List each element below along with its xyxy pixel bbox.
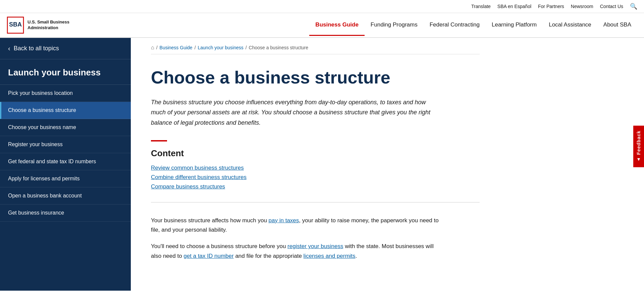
pay-in-taxes-link[interactable]: pay in taxes	[269, 217, 299, 224]
breadcrumb-sep-3: /	[246, 45, 247, 50]
page-layout: ‹ Back to all topics Launch your busines…	[0, 38, 644, 291]
body-paragraph-2: You'll need to choose a business structu…	[151, 242, 439, 261]
back-to-topics-link[interactable]: ‹ Back to all topics	[0, 38, 131, 59]
breadcrumb-launch-business[interactable]: Launch your business	[198, 45, 244, 50]
nav-about-sba[interactable]: About SBA	[597, 15, 637, 36]
nav-business-guide[interactable]: Business Guide	[309, 15, 364, 36]
newsroom-link[interactable]: Newsroom	[571, 4, 593, 9]
feedback-tab[interactable]: ▲ Feedback	[633, 126, 644, 167]
nav-local-assistance[interactable]: Local Assistance	[543, 15, 597, 36]
feedback-label: Feedback	[636, 130, 641, 155]
nav-funding-programs[interactable]: Funding Programs	[365, 15, 424, 36]
get-tax-id-link[interactable]: get a tax ID number	[183, 253, 233, 259]
licenses-permits-link[interactable]: licenses and permits	[304, 253, 356, 259]
back-label: Back to all topics	[14, 45, 59, 52]
sidebar-item-licenses[interactable]: Apply for licenses and permits	[0, 170, 131, 187]
article-intro: The business structure you choose influe…	[151, 97, 439, 128]
sba-logo: SBA	[7, 16, 24, 34]
breadcrumb-sep-1: /	[156, 45, 158, 50]
translate-link[interactable]: Translate	[471, 4, 491, 9]
content-heading: Content	[151, 148, 480, 159]
sidebar-item-pick-location[interactable]: Pick your business location	[0, 85, 131, 102]
content-link-review[interactable]: Review common business structures	[151, 165, 480, 171]
breadcrumb-sep-2: /	[195, 45, 196, 50]
nav-learning-platform[interactable]: Learning Platform	[486, 15, 543, 36]
search-button[interactable]: 🔍	[630, 3, 637, 10]
feedback-arrow-icon: ▲	[636, 157, 641, 163]
utility-bar: Translate SBA en Español For Partners Ne…	[0, 0, 644, 13]
sba-espanol-link[interactable]: SBA en Español	[497, 4, 531, 9]
section-divider	[151, 202, 480, 202]
breadcrumb-business-guide[interactable]: Business Guide	[160, 45, 193, 50]
breadcrumb: ⌂ / Business Guide / Launch your busines…	[151, 38, 480, 54]
sidebar-section-title: Launch your business	[0, 59, 131, 85]
red-divider	[151, 140, 167, 141]
sidebar-item-tax-id[interactable]: Get federal and state tax ID numbers	[0, 153, 131, 170]
main-content: ⌂ / Business Guide / Launch your busines…	[131, 38, 500, 291]
nav-federal-contracting[interactable]: Federal Contracting	[424, 15, 486, 36]
sidebar-item-bank-account[interactable]: Open a business bank account	[0, 187, 131, 204]
content-link-compare[interactable]: Compare business structures	[151, 183, 480, 190]
sidebar-item-choose-structure[interactable]: Choose a business structure	[0, 102, 131, 119]
breadcrumb-current: Choose a business structure	[249, 45, 308, 50]
logo-text: U.S. Small Business Administration	[28, 19, 69, 31]
for-partners-link[interactable]: For Partners	[538, 4, 564, 9]
back-arrow-icon: ‹	[8, 45, 10, 52]
svg-text:SBA: SBA	[9, 21, 22, 28]
home-icon[interactable]: ⌂	[151, 45, 154, 51]
sidebar: ‹ Back to all topics Launch your busines…	[0, 38, 131, 291]
logo-area: SBA U.S. Small Business Administration	[7, 13, 69, 37]
nav-links: Business Guide Funding Programs Federal …	[309, 15, 637, 36]
article-title: Choose a business structure	[151, 68, 480, 88]
content-links: Review common business structures Combin…	[151, 165, 480, 190]
body-paragraph-1: Your business structure affects how much…	[151, 216, 439, 235]
content-link-combine[interactable]: Combine different business structures	[151, 174, 480, 181]
sidebar-item-register[interactable]: Register your business	[0, 136, 131, 153]
register-your-business-link[interactable]: register your business	[287, 243, 343, 249]
contact-us-link[interactable]: Contact Us	[600, 4, 623, 9]
sidebar-item-choose-name[interactable]: Choose your business name	[0, 119, 131, 136]
sidebar-item-insurance[interactable]: Get business insurance	[0, 204, 131, 222]
main-nav: SBA U.S. Small Business Administration B…	[0, 13, 644, 38]
